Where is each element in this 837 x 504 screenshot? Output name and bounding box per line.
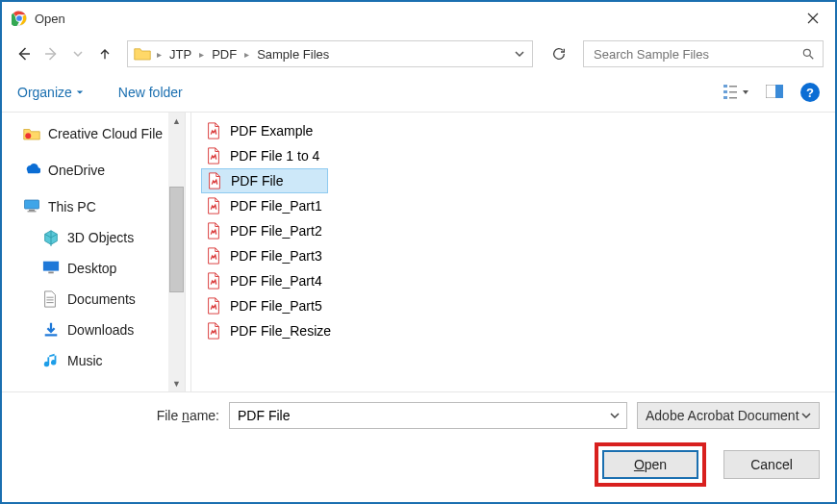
sidebar-item[interactable]: 3D Objects xyxy=(2,222,185,253)
svg-point-2 xyxy=(16,15,22,21)
refresh-button[interactable] xyxy=(545,40,573,67)
pdf-icon xyxy=(205,122,222,139)
pdf-icon xyxy=(205,147,222,164)
svg-rect-13 xyxy=(25,200,39,209)
file-row[interactable]: PDF File_Part2 xyxy=(201,218,835,243)
titlebar: Open xyxy=(2,2,835,35)
forward-button[interactable] xyxy=(40,41,62,66)
sidebar-item-label: Documents xyxy=(67,291,136,307)
documents-icon xyxy=(42,290,60,308)
new-folder-label: New folder xyxy=(118,85,183,100)
cancel-label: Cancel xyxy=(750,457,793,472)
file-name: PDF File xyxy=(231,173,283,189)
sidebar-item[interactable]: Downloads xyxy=(2,315,185,345)
breadcrumb-item[interactable]: JTP xyxy=(167,47,193,62)
filename-dropdown[interactable] xyxy=(603,403,626,428)
recent-dropdown[interactable] xyxy=(67,41,89,66)
svg-rect-4 xyxy=(723,85,727,88)
file-pane[interactable]: PDF ExamplePDF File 1 to 4PDF FilePDF Fi… xyxy=(191,113,835,391)
breadcrumb-item[interactable]: Sample Files xyxy=(255,47,331,62)
sidebar-item[interactable]: Music xyxy=(2,345,185,376)
open-button[interactable]: Open xyxy=(602,450,698,479)
pdf-icon xyxy=(205,297,222,315)
footer: File name: Adobe Acrobat Document Open xyxy=(2,391,835,502)
filename-input[interactable] xyxy=(230,408,603,423)
svg-rect-6 xyxy=(723,96,727,99)
filename-input-wrap[interactable] xyxy=(229,402,627,429)
onedrive-icon xyxy=(23,162,40,179)
pdf-icon xyxy=(205,272,222,290)
pdf-icon xyxy=(206,172,223,189)
sidebar-item[interactable]: Desktop xyxy=(2,253,185,284)
search-icon[interactable] xyxy=(801,47,815,61)
desktop-icon xyxy=(42,260,60,277)
sidebar-item[interactable]: Documents xyxy=(2,284,185,315)
body: Creative Cloud FileOneDriveThis PC3D Obj… xyxy=(2,112,835,391)
pc-icon xyxy=(23,198,40,215)
chevron-right-icon[interactable]: ▸ xyxy=(155,49,164,60)
svg-rect-17 xyxy=(48,272,53,274)
file-type-filter[interactable]: Adobe Acrobat Document xyxy=(637,402,820,429)
sidebar-item[interactable]: Creative Cloud File xyxy=(2,118,185,149)
file-name: PDF File_Resize xyxy=(230,323,331,339)
scroll-down-icon[interactable]: ▼ xyxy=(168,375,185,391)
svg-point-3 xyxy=(803,49,810,56)
file-row[interactable]: PDF File 1 to 4 xyxy=(201,143,835,168)
sidebar: Creative Cloud FileOneDriveThis PC3D Obj… xyxy=(2,113,185,391)
sidebar-item-label: Creative Cloud File xyxy=(48,126,163,141)
sidebar-item-label: This PC xyxy=(48,199,96,214)
sidebar-item[interactable]: OneDrive xyxy=(2,155,185,186)
organize-button[interactable]: Organize xyxy=(17,85,84,100)
file-name: PDF File 1 to 4 xyxy=(230,148,319,164)
sidebar-item-label: OneDrive xyxy=(48,163,105,178)
file-row[interactable]: PDF File_Part5 xyxy=(201,293,835,318)
svg-rect-7 xyxy=(729,86,737,88)
chevron-right-icon[interactable]: ▸ xyxy=(197,49,206,60)
pane-divider[interactable] xyxy=(185,113,191,391)
open-dialog: Open ▸ JTP ▸ PDF ▸ Sample Files xyxy=(0,0,837,504)
scroll-thumb[interactable] xyxy=(169,187,184,292)
view-mode-button[interactable] xyxy=(723,84,748,101)
open-highlight: Open xyxy=(595,442,706,487)
file-row[interactable]: PDF Example xyxy=(201,118,835,143)
file-name: PDF Example xyxy=(230,123,313,139)
svg-rect-5 xyxy=(723,90,727,93)
breadcrumb-item[interactable]: PDF xyxy=(210,47,239,62)
filename-label: File name: xyxy=(17,408,219,423)
file-name: PDF File_Part5 xyxy=(230,298,322,314)
svg-rect-16 xyxy=(43,262,59,271)
up-button[interactable] xyxy=(94,41,115,66)
new-folder-button[interactable]: New folder xyxy=(118,85,183,100)
folder-icon xyxy=(134,46,151,62)
chrome-icon xyxy=(12,11,27,26)
pdf-icon xyxy=(205,197,222,214)
organize-label: Organize xyxy=(17,85,72,100)
back-button[interactable] xyxy=(13,41,35,66)
file-row[interactable]: PDF File_Part4 xyxy=(201,268,835,293)
file-row[interactable]: PDF File xyxy=(201,168,328,193)
file-row[interactable]: PDF File_Part3 xyxy=(201,243,835,268)
address-bar[interactable]: ▸ JTP ▸ PDF ▸ Sample Files xyxy=(127,40,533,67)
search-box[interactable] xyxy=(583,40,824,67)
nav-row: ▸ JTP ▸ PDF ▸ Sample Files xyxy=(2,35,835,73)
pdf-icon xyxy=(205,247,222,265)
sidebar-item[interactable]: This PC xyxy=(2,191,185,222)
file-row[interactable]: PDF File_Resize xyxy=(201,318,835,343)
chevron-right-icon[interactable]: ▸ xyxy=(242,49,251,60)
scroll-up-icon[interactable]: ▲ xyxy=(168,113,185,129)
search-input[interactable] xyxy=(592,46,801,63)
svg-rect-11 xyxy=(775,85,783,98)
pdf-icon xyxy=(205,322,222,340)
svg-rect-9 xyxy=(729,97,737,99)
address-dropdown[interactable] xyxy=(507,41,532,66)
file-row[interactable]: PDF File_Part1 xyxy=(201,193,835,218)
sidebar-scrollbar[interactable]: ▲ ▼ xyxy=(168,113,185,391)
file-name: PDF File_Part1 xyxy=(230,198,322,214)
svg-point-12 xyxy=(25,133,31,139)
window-title: Open xyxy=(35,12,791,26)
sidebar-item-label: Downloads xyxy=(67,322,134,338)
help-button[interactable]: ? xyxy=(800,83,820,102)
preview-pane-button[interactable] xyxy=(766,85,783,101)
close-button[interactable] xyxy=(791,2,835,35)
cancel-button[interactable]: Cancel xyxy=(723,450,820,479)
